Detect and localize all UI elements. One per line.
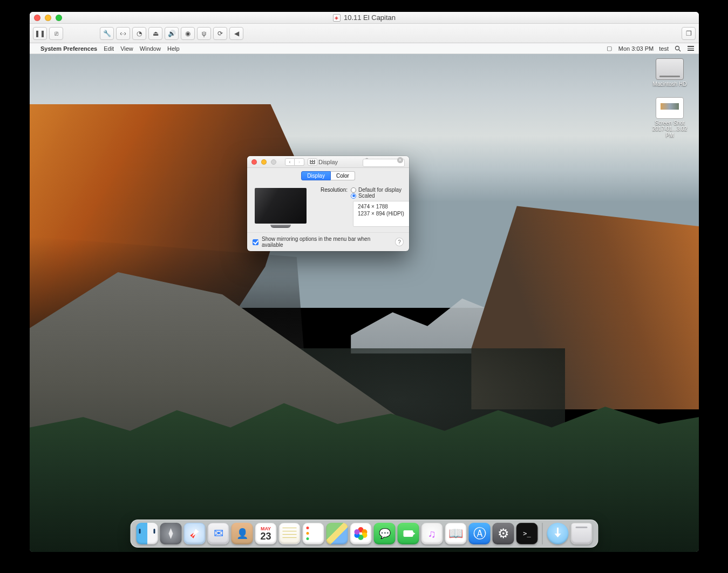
dock-maps[interactable] <box>326 523 348 544</box>
menu-view[interactable]: View <box>120 45 133 52</box>
monitor-icon <box>255 188 307 224</box>
screenshot-label: Screen Shot 2017-01...3.02 PM <box>648 120 691 139</box>
radio-icon <box>351 187 356 193</box>
dock-contacts[interactable]: 👤 <box>232 523 253 544</box>
sound-icon: 🔊 <box>168 30 176 37</box>
compass-icon <box>190 529 199 538</box>
menu-edit[interactable]: Edit <box>104 45 114 52</box>
minimize-icon[interactable] <box>45 15 51 21</box>
menubar-user[interactable]: test <box>659 45 669 52</box>
radio-scaled[interactable]: Scaled <box>351 193 409 199</box>
vm-window: ◈ 10.11 El Capitan ❚❚ ⎚ 🔧 ‹·› ◔ ⏏ 🔊 ◉ ψ … <box>30 12 699 552</box>
notification-center-icon[interactable] <box>687 45 695 52</box>
gear-icon: ⚙ <box>498 526 509 541</box>
screenshot-icon <box>656 97 684 119</box>
dock-photos[interactable] <box>350 523 372 544</box>
camera-button[interactable]: ◉ <box>181 27 195 40</box>
app-menu[interactable]: System Preferences <box>40 45 97 52</box>
dock-launchpad[interactable] <box>160 523 182 544</box>
display-prefs-window: ‹ › Display ✕ Display Color <box>247 156 409 251</box>
hd-icon <box>656 58 684 80</box>
desktop-icon-hd[interactable]: Macintosh HD <box>648 58 691 87</box>
airplay-icon[interactable]: ▢ <box>605 45 613 52</box>
lock-icon: ⏏ <box>153 30 159 37</box>
monitor-wrap <box>255 187 307 228</box>
dock-trash[interactable] <box>571 523 593 544</box>
desktop-icon-screenshot[interactable]: Screen Shot 2017-01...3.02 PM <box>648 97 691 139</box>
sync-button[interactable]: ⟳ <box>213 27 227 40</box>
search-wrap: ✕ <box>363 157 405 167</box>
resolution-option[interactable]: 1237 × 894 (HiDPI) <box>353 210 409 217</box>
radio-scaled-label: Scaled <box>358 193 375 199</box>
itunes-icon: ♫ <box>428 528 436 540</box>
dock-messages[interactable]: 💬 <box>374 523 396 544</box>
mirror-label: Show mirroring options in the menu bar w… <box>262 236 392 248</box>
ibooks-icon: 📖 <box>448 527 463 541</box>
radio-icon <box>351 193 356 199</box>
snapshot-button[interactable]: ⎚ <box>49 27 63 40</box>
hd-label: Macintosh HD <box>653 81 687 87</box>
messages-icon: 💬 <box>379 528 391 540</box>
dock-ibooks[interactable]: 📖 <box>445 523 467 544</box>
usb-button[interactable]: ψ <box>197 27 211 40</box>
snapshot-icon: ⎚ <box>55 30 58 37</box>
back-button[interactable]: ◀ <box>229 27 243 40</box>
calendar-day: 23 <box>260 531 271 541</box>
dock-facetime[interactable] <box>398 523 419 544</box>
dock-safari[interactable] <box>184 523 206 544</box>
usb-icon: ψ <box>202 30 207 37</box>
spotlight-icon[interactable] <box>674 45 682 52</box>
dock-appstore[interactable]: Ⓐ <box>469 523 491 544</box>
prefs-footer: Show mirroring options in the menu bar w… <box>247 232 409 251</box>
pause-icon: ❚❚ <box>35 30 45 37</box>
resolution-option[interactable]: 2474 × 1788 <box>353 203 409 210</box>
guest-menubar: System Preferences Edit View Window Help… <box>30 43 699 54</box>
network-button[interactable]: ‹·› <box>116 27 130 40</box>
dock-finder[interactable] <box>137 523 158 544</box>
vm-title: ◈ 10.11 El Capitan <box>30 14 699 22</box>
menubar-clock[interactable]: Mon 3:03 PM <box>618 45 654 52</box>
pause-button[interactable]: ❚❚ <box>33 27 47 40</box>
dock-itunes[interactable]: ♫ <box>421 523 443 544</box>
lock-button[interactable]: ⏏ <box>148 27 162 40</box>
vm-toolbar: ❚❚ ⎚ 🔧 ‹·› ◔ ⏏ 🔊 ◉ ψ ⟳ ◀ ❐ <box>30 24 699 43</box>
view-button[interactable]: ❐ <box>682 27 696 40</box>
view-icon: ❐ <box>686 30 692 37</box>
wrench-icon: 🔧 <box>103 30 111 37</box>
wallpaper <box>30 43 699 552</box>
close-icon[interactable] <box>34 15 40 21</box>
settings-button[interactable]: 🔧 <box>100 27 114 40</box>
photos-icon <box>355 527 368 540</box>
prefs-tabs: Display Color <box>247 168 409 183</box>
dock-notes[interactable] <box>279 523 301 544</box>
menu-window[interactable]: Window <box>140 45 161 52</box>
dock-mail[interactable]: ✉︎ <box>208 523 229 544</box>
vm-titlebar: ◈ 10.11 El Capitan <box>30 12 699 24</box>
camera-icon: ◉ <box>185 30 190 37</box>
contacts-icon: 👤 <box>236 528 248 540</box>
guest-screen: System Preferences Edit View Window Help… <box>30 43 699 552</box>
prefs-body: Resolution: Default for display Scaled <box>247 183 409 232</box>
disk-button[interactable]: ◔ <box>132 27 146 40</box>
tab-display[interactable]: Display <box>301 171 331 180</box>
menu-help[interactable]: Help <box>167 45 180 52</box>
mirror-checkbox[interactable] <box>253 239 258 245</box>
sound-button[interactable]: 🔊 <box>165 27 179 40</box>
dock-calendar[interactable]: MAY 23 <box>255 523 277 544</box>
dock-separator <box>542 523 543 544</box>
svg-point-0 <box>676 46 679 50</box>
resolution-label: Resolution: <box>314 187 348 193</box>
dock-terminal[interactable]: >_ <box>516 523 538 544</box>
zoom-icon[interactable] <box>56 15 62 21</box>
tab-color[interactable]: Color <box>331 171 355 180</box>
sync-icon: ⟳ <box>217 30 223 37</box>
net-icon: ‹·› <box>120 30 126 37</box>
resolution-settings: Resolution: Default for display Scaled <box>314 187 409 228</box>
dock-reminders[interactable] <box>303 523 324 544</box>
dock-downloads[interactable] <box>547 523 569 544</box>
help-button[interactable]: ? <box>395 238 404 246</box>
prefs-titlebar: ‹ › Display ✕ <box>247 156 409 168</box>
radio-default[interactable]: Default for display <box>351 187 409 193</box>
back-icon: ◀ <box>234 30 239 37</box>
dock-sysprefs[interactable]: ⚙ <box>493 523 514 544</box>
